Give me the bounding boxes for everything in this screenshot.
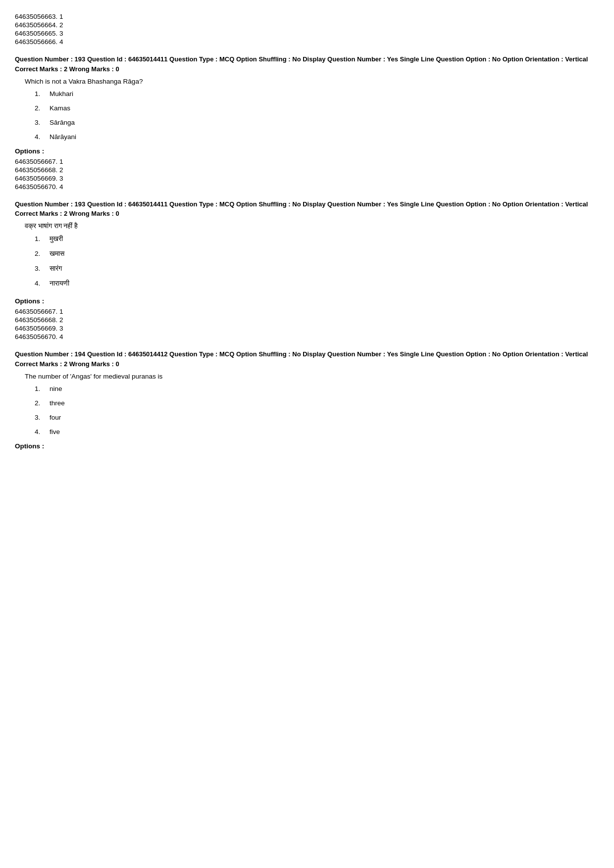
q193-hindi-question: वक्र भाषांग राग नहीं है — [25, 222, 599, 230]
ans-text: four — [50, 414, 61, 421]
option-item: 64635056663. 1 — [15, 13, 599, 20]
ans-item: 3. four — [35, 414, 599, 421]
option-item: 64635056668. 2 — [15, 316, 599, 324]
ans-num: 3. — [35, 414, 50, 421]
q194-english-options-label: Options : — [15, 442, 599, 450]
option-item: 64635056669. 3 — [15, 325, 599, 332]
q193-english-options: 1. Mukhari 2. Kamas 3. Sārānga 4. Nārāya… — [35, 90, 599, 141]
q194-english-options: 1. nine 2. three 3. four 4. five — [35, 385, 599, 435]
option-num: 2 — [59, 21, 63, 29]
q193-hindi-options: 1. मुखरी 2. खमास 3. सारंग 4. नारायणी — [35, 235, 599, 288]
q193-english-meta: Question Number : 193 Question Id : 6463… — [15, 54, 599, 64]
option-id: 64635056665 — [15, 30, 56, 37]
ans-num: 2. — [35, 104, 50, 112]
q193-english-option-ids: 64635056667. 1 64635056668. 2 6463505666… — [15, 158, 599, 191]
ans-text: खमास — [50, 250, 64, 258]
option-id: 64635056666 — [15, 38, 56, 46]
q194-english-question: The number of 'Angas' for medieval puran… — [25, 373, 599, 380]
option-item: 64635056667. 1 — [15, 308, 599, 315]
ans-text: nine — [50, 385, 62, 392]
option-id: 64635056664 — [15, 21, 56, 29]
q193-english-section: Question Number : 193 Question Id : 6463… — [15, 54, 599, 191]
ans-item: 2. Kamas — [35, 104, 599, 112]
q194-english-marks: Correct Marks : 2 Wrong Marks : 0 — [15, 360, 599, 368]
ans-item: 2. three — [35, 399, 599, 407]
q193-english-options-label: Options : — [15, 147, 599, 155]
ans-num: 3. — [35, 119, 50, 126]
option-id: 64635056663 — [15, 13, 56, 20]
ans-num: 4. — [35, 133, 50, 141]
ans-text: सारंग — [50, 265, 62, 273]
ans-num: 1. — [35, 235, 50, 242]
top-options-list: 64635056663. 1 64635056664. 2 6463505666… — [15, 13, 599, 46]
ans-item: 2. खमास — [35, 250, 599, 258]
ans-text: five — [50, 428, 60, 435]
ans-num: 1. — [35, 90, 50, 97]
q194-english-meta: Question Number : 194 Question Id : 6463… — [15, 349, 599, 359]
option-item: 64635056668. 2 — [15, 166, 599, 174]
ans-item: 1. Mukhari — [35, 90, 599, 97]
ans-text: Kamas — [50, 104, 70, 112]
q194-english-section: Question Number : 194 Question Id : 6463… — [15, 349, 599, 450]
ans-text: three — [50, 399, 65, 407]
q193-hindi-marks: Correct Marks : 2 Wrong Marks : 0 — [15, 210, 599, 217]
ans-text: मुखरी — [50, 235, 63, 243]
q193-hindi-section: Question Number : 193 Question Id : 6463… — [15, 199, 599, 341]
ans-text: Mukhari — [50, 90, 73, 97]
q193-english-marks: Correct Marks : 2 Wrong Marks : 0 — [15, 65, 599, 73]
q193-hindi-meta: Question Number : 193 Question Id : 6463… — [15, 199, 599, 209]
ans-item: 3. Sārānga — [35, 119, 599, 126]
option-num: 1 — [59, 13, 63, 20]
option-item: 64635056669. 3 — [15, 175, 599, 182]
ans-text: Nārāyani — [50, 133, 76, 141]
ans-num: 2. — [35, 250, 50, 257]
q193-english-question: Which is not a Vakra Bhashanga Rāga? — [25, 78, 599, 85]
ans-num: 2. — [35, 399, 50, 407]
ans-num: 1. — [35, 385, 50, 392]
option-num: 3 — [59, 30, 63, 37]
ans-num: 4. — [35, 280, 50, 287]
ans-item: 3. सारंग — [35, 265, 599, 273]
option-item: 64635056666. 4 — [15, 38, 599, 46]
ans-item: 4. नारायणी — [35, 280, 599, 288]
ans-text: Sārānga — [50, 119, 75, 126]
ans-item: 1. मुखरी — [35, 235, 599, 243]
option-item: 64635056665. 3 — [15, 30, 599, 37]
q193-hindi-options-label: Options : — [15, 297, 599, 305]
ans-num: 4. — [35, 428, 50, 435]
ans-item: 1. nine — [35, 385, 599, 392]
q193-hindi-option-ids: 64635056667. 1 64635056668. 2 6463505666… — [15, 308, 599, 340]
option-item: 64635056670. 4 — [15, 183, 599, 191]
ans-item: 4. Nārāyani — [35, 133, 599, 141]
option-item: 64635056667. 1 — [15, 158, 599, 165]
ans-num: 3. — [35, 265, 50, 272]
option-num: 4 — [59, 38, 63, 46]
option-item: 64635056670. 4 — [15, 333, 599, 340]
option-item: 64635056664. 2 — [15, 21, 599, 29]
ans-item: 4. five — [35, 428, 599, 435]
ans-text: नारायणी — [50, 280, 69, 288]
